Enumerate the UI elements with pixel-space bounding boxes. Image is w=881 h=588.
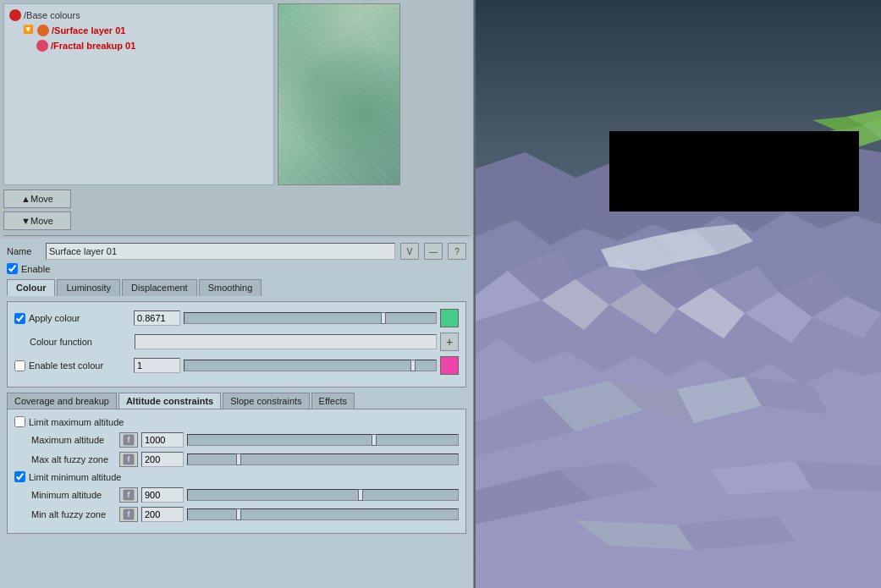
fractal-icon (36, 40, 48, 52)
max-fuzzy-label: Max alt fuzzy zone (31, 454, 116, 464)
limit-min-label: Limit minimum altitude (29, 472, 121, 482)
min-altitude-label: Minimum altitude (31, 490, 116, 500)
min-fuzzy-calc-btn[interactable]: f (119, 507, 138, 522)
preview-thumbnail (278, 3, 400, 185)
max-altitude-value[interactable] (141, 432, 184, 448)
test-colour-checkbox[interactable] (14, 360, 25, 371)
preview-texture (278, 4, 399, 184)
layer-tree: /Base colours 🔽 /Surface layer 01 /Fract… (3, 3, 274, 185)
tree-item-fractal[interactable]: /Fractal breakup 01 (35, 38, 270, 53)
tab-displacement[interactable]: Displacement (122, 279, 197, 296)
tree-item-surface-layer[interactable]: 🔽 /Surface layer 01 (21, 23, 270, 38)
min-fuzzy-value[interactable] (141, 507, 184, 522)
tree-item-base-colours[interactable]: /Base colours (8, 8, 270, 23)
test-colour-slider[interactable] (184, 360, 437, 371)
test-colour-swatch[interactable] (440, 356, 459, 375)
min-altitude-slider[interactable] (187, 489, 459, 501)
apply-colour-swatch[interactable] (440, 309, 459, 327)
tab-slope[interactable]: Slope constraints (223, 393, 309, 409)
colour-function-input[interactable] (135, 334, 437, 349)
move-down-button[interactable]: Move (3, 212, 71, 230)
enable-label: Enable (21, 264, 50, 274)
tab-luminosity[interactable]: Luminosity (57, 279, 120, 296)
altitude-panel: Limit maximum altitude Maximum altitude … (7, 409, 466, 534)
surface-layer-label: /Surface layer 01 (52, 25, 125, 36)
max-altitude-row: Maximum altitude f (14, 432, 459, 448)
apply-colour-slider[interactable] (184, 312, 437, 324)
surface-layer-icon (37, 25, 49, 36)
tab-effects[interactable]: Effects (311, 393, 355, 409)
max-fuzzy-calc-btn[interactable]: f (119, 452, 138, 467)
max-fuzzy-value[interactable] (141, 452, 184, 467)
colour-tab-content: Apply colour Colour function + Enable te… (7, 301, 466, 387)
render-viewport (474, 0, 881, 588)
fractal-label: /Fractal breakup 01 (51, 41, 135, 51)
min-fuzzy-label: Min alt fuzzy zone (31, 509, 116, 519)
properties-panel: Name V — ? Enable Colour Luminosity Disp… (0, 238, 473, 588)
v-button[interactable]: V (400, 243, 419, 260)
max-altitude-calc-btn[interactable]: f (119, 432, 138, 448)
colour-function-row: Colour function + (14, 332, 459, 351)
black-rectangle (609, 131, 859, 212)
tab-coverage[interactable]: Coverage and breakup (7, 393, 117, 409)
max-fuzzy-row: Max alt fuzzy zone f (14, 452, 459, 467)
name-row: Name V — ? (7, 243, 466, 260)
terrain-polygons (474, 0, 881, 588)
min-altitude-value[interactable] (141, 487, 184, 503)
question-button[interactable]: ? (448, 243, 466, 260)
colour-tabs: Colour Luminosity Displacement Smoothing (7, 279, 466, 296)
base-colours-label: /Base colours (24, 10, 80, 20)
colour-function-label: Colour function (30, 337, 131, 347)
max-altitude-slider[interactable] (187, 434, 459, 446)
min-fuzzy-row: Min alt fuzzy zone f (14, 507, 459, 522)
test-colour-row: Enable test colour (14, 356, 459, 375)
min-altitude-calc-btn[interactable]: f (119, 487, 138, 503)
render-scene (474, 0, 881, 588)
tab-smoothing[interactable]: Smoothing (199, 279, 262, 296)
enable-row: Enable (7, 263, 466, 274)
test-colour-label: Enable test colour (29, 360, 130, 371)
base-colours-icon (9, 9, 21, 21)
minus-button[interactable]: — (424, 243, 443, 260)
max-fuzzy-slider[interactable] (187, 453, 459, 465)
tab-colour[interactable]: Colour (7, 279, 55, 296)
min-altitude-row: Minimum altitude f (14, 487, 459, 503)
limit-min-checkbox[interactable] (14, 471, 25, 482)
top-area: /Base colours 🔽 /Surface layer 01 /Fract… (0, 0, 473, 186)
move-buttons-area: Move Move (0, 186, 473, 234)
move-up-button[interactable]: Move (3, 190, 71, 208)
apply-colour-value[interactable] (134, 310, 180, 326)
section-tabs: Coverage and breakup Altitude constraint… (7, 393, 466, 409)
limit-min-row: Limit minimum altitude (14, 471, 459, 482)
limit-max-label: Limit maximum altitude (29, 417, 124, 427)
name-input[interactable] (46, 243, 395, 260)
limit-max-checkbox[interactable] (14, 416, 25, 427)
enable-checkbox[interactable] (7, 263, 18, 274)
separator (474, 0, 476, 588)
colour-function-add-btn[interactable]: + (440, 332, 459, 351)
apply-colour-row: Apply colour (14, 309, 459, 327)
limit-max-row: Limit maximum altitude (14, 416, 459, 427)
left-panel: /Base colours 🔽 /Surface layer 01 /Fract… (0, 0, 474, 588)
name-label: Name (7, 246, 41, 256)
divider (3, 235, 470, 236)
max-altitude-label: Maximum altitude (31, 435, 116, 445)
apply-colour-checkbox[interactable] (14, 313, 25, 324)
apply-colour-label: Apply colour (29, 313, 130, 323)
tab-altitude[interactable]: Altitude constraints (118, 393, 221, 409)
test-colour-value[interactable] (134, 358, 180, 373)
min-fuzzy-slider[interactable] (187, 508, 459, 520)
